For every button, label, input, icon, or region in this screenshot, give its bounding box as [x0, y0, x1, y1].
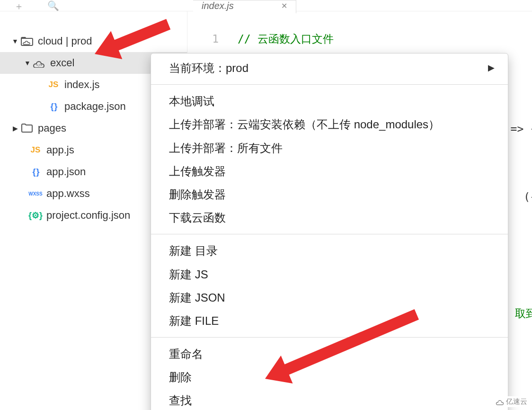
watermark: 亿速云: [494, 396, 529, 407]
menu-item-new-json[interactable]: 新建 JSON: [151, 286, 508, 309]
close-icon[interactable]: ✕: [281, 1, 287, 10]
svg-text:</>: </>: [36, 63, 43, 67]
menu-item-label: 重命名: [169, 348, 203, 360]
menu-item-label: 查找: [169, 394, 192, 407]
menu-item-label: 删除: [169, 371, 192, 383]
menu-item-label: 新建 JS: [169, 268, 208, 281]
js-file-icon: JS: [28, 145, 43, 155]
menu-item-label: 当前环境：prod: [169, 59, 248, 77]
tab-title: index.js: [202, 0, 234, 11]
menu-separator: [151, 234, 508, 234]
tree-label: app.json: [46, 166, 86, 178]
menu-item-local-debug[interactable]: 本地调试: [151, 89, 508, 113]
menu-item-label: 新建 FILE: [169, 314, 219, 327]
menu-item-label: 上传触发器: [169, 165, 226, 178]
json-file-icon: { }: [28, 167, 43, 177]
menu-item-new-file[interactable]: 新建 FILE: [151, 309, 508, 332]
menu-separator: [151, 337, 508, 338]
menu-item-new-js[interactable]: 新建 JS: [151, 263, 508, 286]
tree-label: cloud | prod: [38, 35, 92, 47]
menu-item-label: 本地调试: [169, 95, 214, 107]
folder-icon: [20, 124, 34, 133]
tree-label: app.wxss: [46, 187, 90, 200]
menu-item-label: 新建 JSON: [169, 291, 225, 304]
menu-item-find[interactable]: 查找: [151, 389, 508, 410]
menu-item-delete[interactable]: 删除: [151, 365, 508, 389]
menu-item-delete-trigger[interactable]: 删除触发器: [151, 183, 508, 206]
watermark-text: 亿速云: [506, 397, 527, 406]
line-number: 1: [202, 29, 219, 48]
menu-item-upload-trigger[interactable]: 上传触发器: [151, 160, 508, 183]
chevron-down-icon: [10, 37, 20, 45]
wxss-file-icon: WXSS: [28, 191, 43, 196]
json-file-icon: { }: [46, 102, 61, 112]
code-comment: // 云函数入口文件: [238, 29, 334, 48]
menu-item-upload-all-files[interactable]: 上传并部署：所有文件: [151, 136, 508, 160]
tree-label: project.config.json: [46, 209, 130, 222]
js-file-icon: JS: [46, 80, 61, 89]
tree-label: excel: [50, 57, 74, 69]
menu-item-label: 下载云函数: [169, 211, 226, 224]
plus-icon[interactable]: ＋: [14, 0, 24, 13]
tree-label: app.js: [46, 144, 74, 156]
cloud-folder-icon: [20, 36, 34, 46]
tree-label: pages: [38, 122, 66, 134]
config-file-icon: {⚙}: [28, 210, 43, 221]
tree-label: index.js: [64, 79, 100, 91]
code-line: 1 // 云函数入口文件: [202, 29, 532, 48]
tree-label: package.json: [64, 100, 126, 113]
code-fragment: 取到: [515, 304, 532, 323]
editor-tab-bar: index.js ✕: [193, 0, 296, 12]
code-fragment: => {: [511, 119, 532, 138]
menu-item-label: 删除触发器: [169, 188, 226, 201]
chevron-right-icon: [10, 125, 20, 132]
cloud-function-icon: </>: [32, 58, 46, 68]
menu-item-download-cloud-function[interactable]: 下载云函数: [151, 206, 508, 229]
menu-item-label: 新建 目录: [169, 244, 218, 257]
menu-item-label: 上传并部署：所有文件: [169, 142, 283, 154]
play-icon: ▶: [488, 62, 495, 75]
menu-item-upload-cloud-install[interactable]: 上传并部署：云端安装依赖（不上传 node_modules）: [151, 113, 508, 136]
menu-separator: [151, 84, 508, 85]
menu-item-new-directory[interactable]: 新建 目录: [151, 239, 508, 262]
code-fragment: ({: [523, 187, 532, 206]
search-icon[interactable]: 🔍: [47, 0, 59, 11]
chevron-down-icon: [23, 59, 32, 67]
menu-item-label: 上传并部署：云端安装依赖（不上传 node_modules）: [169, 118, 440, 131]
menu-item-environment[interactable]: 当前环境：prod ▶: [151, 56, 508, 80]
